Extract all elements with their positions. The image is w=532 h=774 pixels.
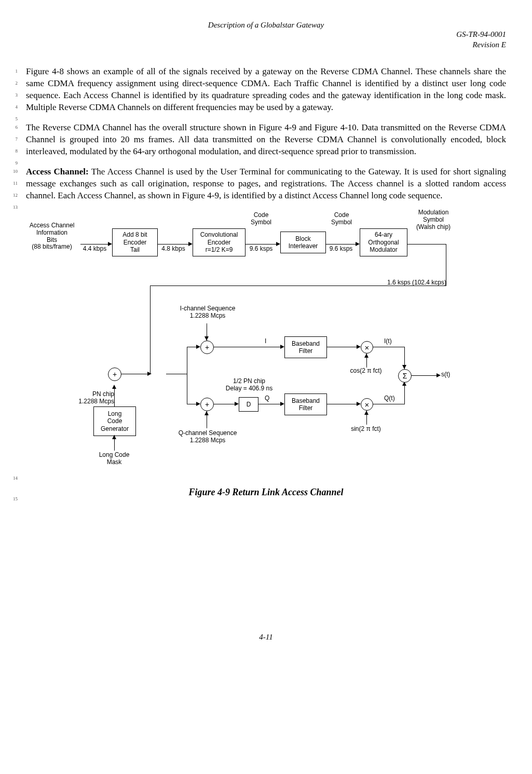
mod-symbol-label: Modulation Symbol (Walsh chip) [410,209,457,230]
para-2-container: 6 7 8 9 The Reverse CDMA Channel has the… [26,121,506,157]
rate3: 9.6 ksps [245,246,277,253]
header-docnum: GS-TR-94-0001 [26,30,506,40]
rate4: 9.6 ksps [325,246,357,253]
para-1: Figure 4-8 shows an example of all of th… [26,65,506,113]
para-3-container: 10 11 12 13 Access Channel: The Access C… [26,166,506,201]
cos-label: cos(2 π fct) [343,368,389,375]
q-label: Q [265,395,269,402]
mult-q: × [361,398,373,411]
delay-label: 1/2 PN chip Delay = 406.9 ns [213,378,285,392]
header-title: Description of a Globalstar Gateway [26,21,506,30]
figure-caption: Figure 4-9 Return Link Access Channel [26,487,506,498]
caption-container: 14 15 Figure 4-9 Return Link Access Chan… [26,487,506,498]
box-64ary: 64-ary Orthogonal Modulator [360,228,407,256]
box-longcode: Long Code Generator [93,406,136,436]
page-header: Description of a Globalstar Gateway GS-T… [26,21,506,50]
page-number: 4-11 [26,633,506,642]
adder-1: + [108,368,121,381]
para-2: The Reverse CDMA Channel has the overall… [26,121,506,157]
ichan-seq: I-channel Sequence 1.2288 Mcps [171,305,244,320]
line-numbers: 1 2 3 4 5 [6,65,18,125]
it-label: I(t) [384,338,392,345]
adder-i: + [200,341,214,354]
summer: Σ [398,369,412,383]
box-bbf-i: Baseband Filter [284,336,327,358]
rate2: 4.8 kbps [157,246,189,253]
adder-q: + [200,398,214,411]
st-label: s(t) [441,371,450,378]
mult-i: × [361,341,373,354]
qt-label: Q(t) [384,395,395,402]
box-encoder-tail: Add 8 bit Encoder Tail [112,228,158,256]
para-3: Access Channel: The Access Channel is us… [26,166,506,201]
source-label: Access Channel Information Bits (88 bits… [23,222,80,251]
code-symbol-2: Code Symbol [325,212,358,226]
para3-leadin: Access Channel: [26,167,89,176]
para-1-container: 1 2 3 4 5 Figure 4-8 shows an example of… [26,65,506,113]
i-label: I [265,338,266,345]
box-delay: D [239,397,258,412]
rate1: 4.4 kbps [80,246,109,253]
para3-body: The Access Channel is used by the User T… [26,167,506,200]
sin-label: sin(2 π fct) [343,426,389,433]
line-number-fig: 14 [6,472,18,484]
long-code-mask: Long Code Mask [93,452,135,466]
line-numbers: 10 11 12 13 [6,166,18,213]
line-number-caption: 15 [6,493,18,505]
box-interleaver: Block Interleaver [280,232,326,253]
box-bbf-q: Baseband Filter [284,393,327,415]
line-numbers: 6 7 8 9 [6,121,18,169]
box-conv-encoder: Convolutional Encoder r=1/2 K=9 [193,228,245,256]
code-symbol-1: Code Symbol [245,212,277,226]
content-area: 1 2 3 4 5 Figure 4-8 shows an example of… [26,65,506,498]
qchan-seq: Q-channel Sequence 1.2288 Mcps [171,430,244,444]
header-revision: Revision E [26,40,506,50]
figure-diagram: Access Channel Information Bits (88 bits… [21,212,488,482]
pn-chip: PN chip 1.2288 Mcps [73,391,114,405]
